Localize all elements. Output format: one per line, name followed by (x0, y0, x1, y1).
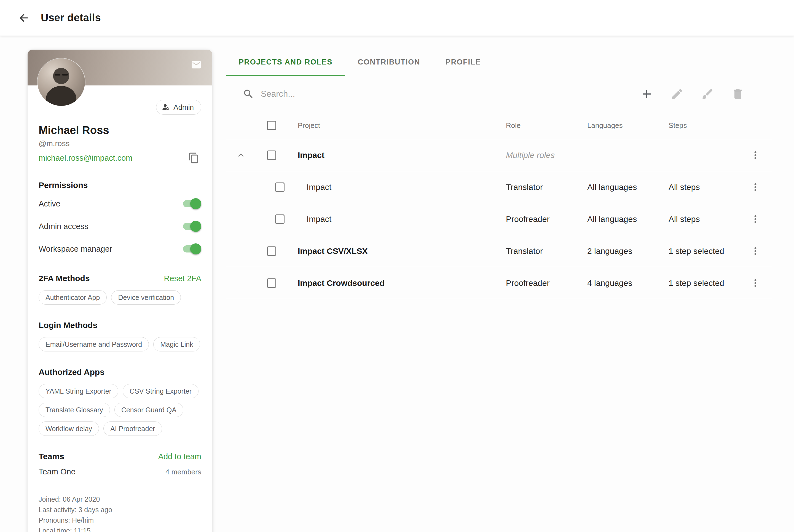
column-header-role: Role (499, 121, 580, 130)
delete-button[interactable] (731, 87, 745, 101)
kebab-menu-icon (750, 213, 761, 225)
avatar (37, 58, 85, 106)
column-header-project: Project (284, 121, 499, 130)
project-steps: 1 step selected (662, 246, 742, 256)
tab-projects-and-roles[interactable]: PROJECTS AND ROLES (226, 50, 345, 76)
page-title: User details (41, 12, 101, 24)
toggle-label-active: Active (39, 199, 60, 208)
table-row-child: Impact Proofreader All languages All ste… (226, 203, 772, 235)
trash-icon (731, 88, 744, 101)
project-role: Proofreader (499, 214, 580, 224)
row-menu-button[interactable] (750, 276, 764, 290)
project-role: Translator (499, 183, 580, 192)
row-checkbox[interactable] (267, 151, 276, 160)
kebab-menu-icon (750, 149, 761, 161)
chevron-up-icon (235, 150, 246, 161)
row-menu-button[interactable] (750, 244, 764, 258)
row-checkbox[interactable] (267, 246, 276, 256)
column-header-languages: Languages (580, 121, 662, 130)
brush-icon (701, 88, 714, 101)
profile-card-body: Admin Michael Ross @m.ross michael.ross@… (27, 86, 212, 532)
clear-formatting-button[interactable] (701, 87, 715, 101)
user-email-link[interactable]: michael.ross@impact.com (39, 154, 132, 163)
row-checkbox[interactable] (267, 279, 276, 288)
reset-2fa-button[interactable]: Reset 2FA (164, 274, 201, 283)
kebab-menu-icon (750, 277, 761, 289)
permissions-section: Permissions Active Admin access Workspac… (39, 180, 201, 258)
active-toggle[interactable] (183, 198, 201, 209)
collapse-group-button[interactable] (235, 148, 250, 163)
login-method-chip: Magic Link (153, 337, 200, 352)
authorized-app-chip: CSV String Exporter (123, 384, 198, 398)
login-method-chips: Email/Username and Password Magic Link (39, 337, 201, 352)
pencil-icon (670, 88, 684, 101)
user-meta-block: Joined: 06 Apr 2020 Last activity: 3 day… (39, 494, 201, 532)
project-steps: All steps (662, 214, 742, 224)
add-to-team-button[interactable]: Add to team (158, 452, 201, 461)
envelope-icon (191, 59, 202, 70)
row-actions-toolbar (640, 87, 768, 101)
add-project-button[interactable] (640, 87, 655, 101)
twofa-chip: Authenticator App (39, 290, 107, 305)
toggle-label-admin-access: Admin access (39, 222, 89, 231)
project-name: Impact (284, 151, 499, 160)
column-header-steps: Steps (662, 121, 742, 130)
permissions-title: Permissions (39, 180, 201, 190)
search-input[interactable] (261, 89, 640, 99)
copy-email-button[interactable] (188, 151, 201, 165)
row-checkbox[interactable] (275, 214, 284, 224)
login-methods-section: Login Methods Email/Username and Passwor… (39, 321, 201, 352)
toggle-row-admin-access: Admin access (39, 217, 201, 235)
admin-access-toggle[interactable] (183, 221, 201, 232)
project-languages: 4 languages (580, 279, 662, 288)
team-member-count: 4 members (166, 468, 201, 476)
team-name: Team One (39, 467, 76, 476)
send-email-button[interactable] (191, 59, 203, 71)
table-row: Impact Crowdsourced Proofreader 4 langua… (226, 267, 772, 299)
workspace-manager-toggle[interactable] (183, 243, 201, 254)
meta-pronouns: Pronouns: He/him (39, 515, 201, 526)
login-method-chip: Email/Username and Password (39, 337, 149, 352)
meta-last-activity: Last activity: 3 days ago (39, 505, 201, 515)
edit-button[interactable] (670, 87, 685, 101)
email-row: michael.ross@impact.com (39, 151, 201, 165)
table-header-row: Project Role Languages Steps (226, 112, 772, 139)
teams-section: Teams Add to team Team One 4 members (39, 452, 201, 476)
twofa-title: 2FA Methods (39, 274, 90, 283)
project-steps: All steps (662, 183, 742, 192)
project-languages: All languages (580, 183, 662, 192)
tab-contribution[interactable]: CONTRIBUTION (345, 50, 433, 76)
kebab-menu-icon (750, 182, 761, 193)
authorized-app-chip: AI Proofreader (103, 421, 162, 436)
toggle-label-workspace-manager: Workspace manager (39, 245, 112, 253)
toggle-row-active: Active (39, 195, 201, 212)
search-box (243, 88, 640, 100)
team-list-item[interactable]: Team One 4 members (39, 467, 201, 476)
top-bar: User details (0, 0, 794, 36)
copy-icon (188, 152, 200, 164)
authorized-apps-title: Authorized Apps (39, 367, 201, 377)
back-button[interactable] (18, 10, 33, 26)
authorized-app-chip: Workflow delay (39, 421, 99, 436)
row-checkbox[interactable] (275, 183, 284, 192)
login-methods-title: Login Methods (39, 321, 201, 330)
authorized-app-chip: Translate Glossary (39, 403, 110, 417)
tab-profile[interactable]: PROFILE (433, 50, 493, 76)
authorized-app-chip: YAML String Exporter (39, 384, 118, 398)
project-name: Impact CSV/XLSX (284, 246, 499, 256)
table-row: Impact CSV/XLSX Translator 2 languages 1… (226, 235, 772, 267)
kebab-menu-icon (750, 245, 761, 257)
content-pane: PROJECTS AND ROLES CONTRIBUTION PROFILE (226, 50, 772, 532)
row-menu-button[interactable] (750, 148, 764, 163)
admin-role-badge[interactable]: Admin (156, 100, 201, 115)
project-name: Impact Crowdsourced (284, 279, 499, 288)
avatar-portrait (37, 58, 85, 106)
row-menu-button[interactable] (750, 180, 764, 194)
projects-table: Project Role Languages Steps Impact Mul (226, 112, 772, 299)
select-all-checkbox[interactable] (267, 121, 276, 130)
twofa-chips: Authenticator App Device verification (39, 290, 201, 305)
authorized-apps-section: Authorized Apps YAML String Exporter CSV… (39, 367, 201, 436)
row-menu-button[interactable] (750, 212, 764, 226)
main-layout: Admin Michael Ross @m.ross michael.ross@… (0, 36, 794, 532)
authorized-app-chips: YAML String Exporter CSV String Exporter… (39, 384, 201, 436)
